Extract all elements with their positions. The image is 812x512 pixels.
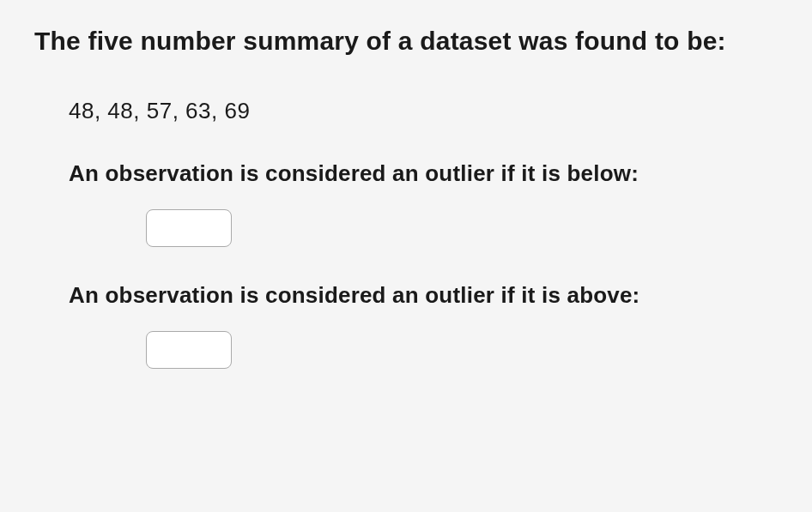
- outlier-above-input-wrap: [146, 331, 778, 369]
- outlier-below-input-wrap: [146, 209, 778, 247]
- outlier-below-prompt: An observation is considered an outlier …: [69, 160, 778, 189]
- five-number-summary: 48, 48, 57, 63, 69: [69, 97, 778, 126]
- outlier-below-input[interactable]: [146, 209, 232, 247]
- outlier-above-input[interactable]: [146, 331, 232, 369]
- question-heading: The five number summary of a dataset was…: [34, 24, 778, 59]
- question-container: The five number summary of a dataset was…: [0, 0, 812, 403]
- outlier-above-prompt: An observation is considered an outlier …: [69, 281, 778, 310]
- question-body: 48, 48, 57, 63, 69 An observation is con…: [69, 97, 778, 369]
